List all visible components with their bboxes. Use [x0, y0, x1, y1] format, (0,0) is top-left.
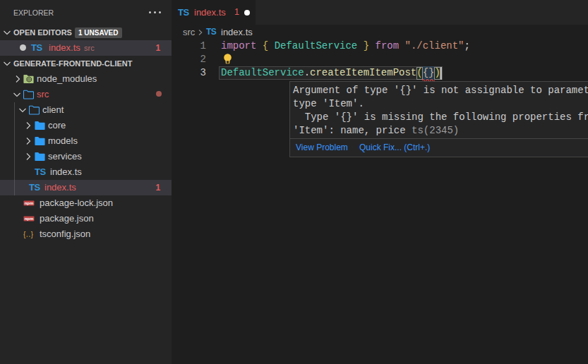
svg-text:npm: npm [25, 217, 34, 221]
svg-text:{..}: {..} [23, 231, 33, 239]
svg-text:npm: npm [25, 201, 34, 205]
